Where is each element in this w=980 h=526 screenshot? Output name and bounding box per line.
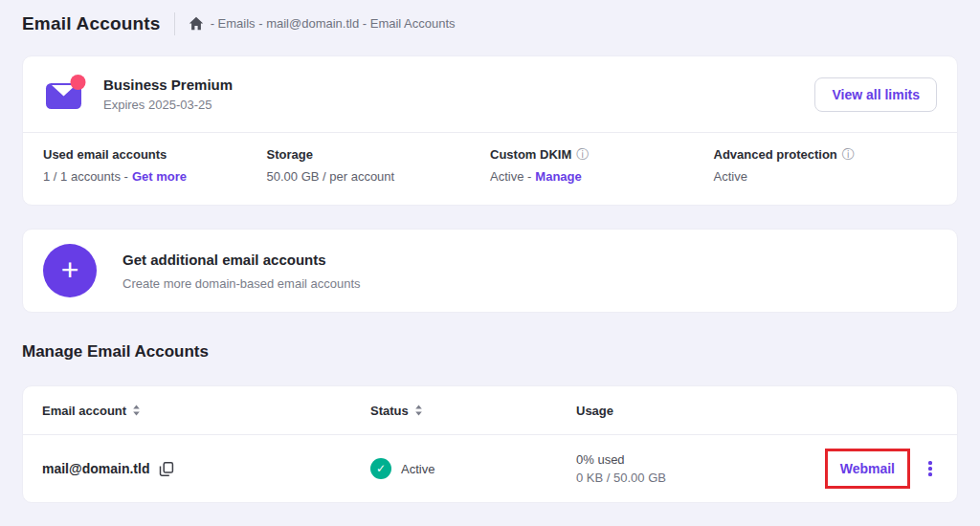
- active-check-icon: ✓: [370, 458, 391, 479]
- plan-expiry: Expires 2025-03-25: [103, 98, 233, 112]
- email-accounts-page: Email Accounts - Emails - mail@domain.tl…: [0, 0, 980, 503]
- status-text: Active: [401, 462, 434, 476]
- stat-value: 1 / 1 accounts -: [43, 169, 128, 184]
- info-icon[interactable]: ⓘ: [842, 148, 855, 161]
- page-header: Email Accounts - Emails - mail@domain.tl…: [22, 0, 958, 34]
- additional-accounts-card[interactable]: + Get additional email accounts Create m…: [22, 229, 958, 313]
- email-plan-icon: [43, 74, 87, 116]
- plan-info: Business Premium Expires 2025-03-25: [103, 77, 233, 112]
- table-row: mail@domain.tld ✓ Active 0% used 0 KB / …: [23, 434, 957, 502]
- table-header-row: Email account Status Usa: [23, 386, 957, 434]
- row-actions: Webmail: [825, 449, 938, 489]
- copy-icon[interactable]: [159, 461, 174, 477]
- stat-used-email-accounts: Used email accounts 1 / 1 accounts -Get …: [43, 147, 267, 187]
- stat-value: Active -: [490, 169, 531, 184]
- breadcrumb-text: - Emails - mail@domain.tld - Email Accou…: [211, 16, 456, 31]
- manage-dkim-link[interactable]: Manage: [535, 169, 581, 184]
- breadcrumb: - Emails - mail@domain.tld - Email Accou…: [189, 16, 456, 31]
- stat-storage: Storage 50.00 GB / per account: [267, 147, 491, 187]
- plan-card: Business Premium Expires 2025-03-25 View…: [22, 55, 958, 206]
- plan-name: Business Premium: [103, 77, 233, 93]
- stat-value: Active: [714, 169, 747, 184]
- plus-icon[interactable]: +: [43, 244, 97, 297]
- email-address: mail@domain.tld: [42, 461, 149, 476]
- plan-summary: Business Premium Expires 2025-03-25 View…: [23, 56, 957, 132]
- stat-label: Used email accounts: [43, 147, 167, 162]
- email-accounts-table: Email account Status Usa: [22, 385, 958, 503]
- stat-label: Advanced protection: [714, 147, 837, 162]
- stat-custom-dkim: Custom DKIM ⓘ Active -Manage: [490, 147, 714, 187]
- red-highlight-annotation: Webmail: [825, 449, 910, 489]
- column-header-email-account[interactable]: Email account: [42, 404, 370, 418]
- manage-section-heading: Manage Email Accounts: [22, 342, 958, 362]
- stat-label: Storage: [267, 147, 313, 162]
- email-account-cell: mail@domain.tld: [42, 461, 370, 477]
- column-header-usage: Usage: [576, 404, 938, 418]
- stat-advanced-protection: Advanced protection ⓘ Active: [714, 147, 938, 187]
- stat-label: Custom DKIM: [490, 147, 571, 162]
- usage-percent: 0% used: [576, 450, 825, 469]
- usage-detail: 0 KB / 50.00 GB: [576, 469, 825, 487]
- plan-stats-row: Used email accounts 1 / 1 accounts -Get …: [23, 132, 957, 205]
- additional-accounts-subtitle: Create more domain-based email accounts: [122, 276, 361, 291]
- info-icon[interactable]: ⓘ: [576, 148, 589, 161]
- additional-accounts-info: Get additional email accounts Create mor…: [122, 252, 361, 291]
- home-icon[interactable]: [189, 16, 204, 31]
- view-all-limits-button[interactable]: View all limits: [814, 77, 937, 112]
- header-divider: [174, 12, 175, 35]
- status-cell: ✓ Active: [370, 458, 576, 479]
- sort-icon[interactable]: [414, 405, 423, 416]
- sort-icon[interactable]: [132, 405, 141, 416]
- kebab-menu-icon[interactable]: [923, 457, 938, 480]
- usage-cell: 0% used 0 KB / 50.00 GB: [576, 450, 825, 487]
- webmail-link[interactable]: Webmail: [840, 461, 895, 476]
- additional-accounts-title: Get additional email accounts: [122, 252, 361, 268]
- page-title: Email Accounts: [22, 13, 161, 34]
- get-more-link[interactable]: Get more: [132, 169, 187, 184]
- stat-value: 50.00 GB / per account: [267, 169, 395, 184]
- column-header-status[interactable]: Status: [370, 404, 576, 418]
